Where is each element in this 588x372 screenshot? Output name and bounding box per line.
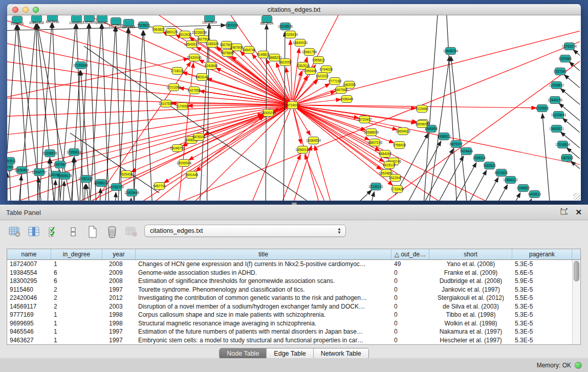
graph-node[interactable]: 12093872: [551, 81, 562, 89]
table-row[interactable]: 1830029562008Estimation of significance …: [7, 277, 580, 286]
close-panel-icon[interactable]: ✕: [575, 209, 582, 216]
column-header-pagerank[interactable]: pagerank: [512, 249, 572, 259]
graph-node[interactable]: 10654112: [505, 176, 516, 184]
graph-node[interactable]: 8813054: [262, 15, 272, 23]
graph-node[interactable]: 12444159: [550, 96, 560, 104]
graph-node[interactable]: 1187533: [561, 154, 572, 162]
graph-node[interactable]: 2935114: [474, 154, 485, 162]
graph-node[interactable]: 9146821: [258, 51, 269, 58]
graph-node[interactable]: 12942757: [34, 168, 45, 176]
graph-node[interactable]: 19654923: [398, 127, 408, 135]
graph-node[interactable]: 8912935: [180, 31, 190, 38]
graph-node[interactable]: 18640910: [295, 39, 306, 47]
graph-node[interactable]: 8471626: [496, 169, 507, 177]
network-window-titlebar[interactable]: citations_edges.txt: [7, 4, 581, 15]
graph-node[interactable]: 9756928: [394, 141, 405, 149]
table-column-icon[interactable]: [28, 226, 41, 238]
graph-node[interactable]: 16961758: [304, 48, 315, 56]
graph-node[interactable]: 2803144: [197, 73, 207, 81]
float-panel-icon[interactable]: [560, 208, 568, 217]
graph-node[interactable]: 9671385: [123, 19, 134, 27]
graph-node[interactable]: 18300295: [263, 109, 274, 117]
graph-node[interactable]: 8860128: [166, 28, 177, 36]
graph-node[interactable]: 16046756: [172, 144, 183, 152]
graph-node[interactable]: 19218506: [280, 23, 291, 30]
delete-table-icon[interactable]: [125, 226, 138, 238]
graph-node[interactable]: 2522547: [390, 174, 401, 182]
graph-node[interactable]: 10719185: [111, 17, 121, 25]
graph-node[interactable]: 9397587: [55, 161, 66, 168]
column-header-name[interactable]: name: [7, 249, 51, 259]
graph-node[interactable]: 10653287: [71, 15, 82, 23]
graph-node[interactable]: 7963822: [153, 26, 164, 33]
column-header-indegree[interactable]: in_degree: [51, 249, 102, 259]
graph-node[interactable]: 8215953: [537, 104, 548, 112]
graph-node[interactable]: 1527602: [84, 15, 95, 22]
table-row[interactable]: 977716911998Corpus callosum shape and si…: [7, 311, 580, 319]
graph-node[interactable]: 18807243: [369, 139, 380, 146]
graph-node[interactable]: 7515523: [138, 21, 149, 29]
graph-node[interactable]: 9827508: [221, 41, 232, 49]
graph-node[interactable]: 9242848: [206, 62, 216, 70]
graph-node[interactable]: 6497568: [336, 86, 346, 94]
graph-node[interactable]: 7357224: [226, 21, 237, 29]
graph-node[interactable]: 2967608: [231, 43, 242, 51]
graph-node[interactable]: 18724007: [287, 101, 298, 109]
graph-node[interactable]: 6466161: [97, 15, 107, 23]
graph-node[interactable]: 16648784: [445, 47, 456, 55]
graph-node[interactable]: 9329966: [560, 55, 571, 62]
graph-node[interactable]: 1621022: [317, 72, 328, 80]
table-row[interactable]: 2242004622012Investigating the contribut…: [7, 294, 580, 302]
graph-node[interactable]: 9684067: [380, 150, 390, 158]
graph-node[interactable]: 8186328: [207, 40, 217, 48]
graph-node[interactable]: 12213389: [168, 83, 179, 91]
table-row[interactable]: 969969511998Structural magnetic resonanc…: [7, 319, 580, 328]
table-row[interactable]: 1872400712008Changes of HCN gene express…: [7, 260, 580, 269]
trash-icon[interactable]: [105, 226, 119, 238]
graph-node[interactable]: 1691445: [186, 171, 197, 179]
graph-node[interactable]: 14569117: [297, 146, 308, 154]
graph-node[interactable]: 16099348: [179, 159, 189, 167]
table-row[interactable]: 911546021997Tourette syndrome. Phenomeno…: [7, 286, 580, 294]
tab-network-table[interactable]: Network Table: [314, 348, 368, 359]
graph-node[interactable]: 6822057: [280, 58, 291, 66]
graph-node[interactable]: 16543912: [186, 40, 197, 48]
scrollbar-thumb[interactable]: [574, 261, 579, 281]
graph-node[interactable]: 9474444: [461, 147, 472, 155]
graph-node[interactable]: 16210643: [553, 111, 564, 119]
table-row[interactable]: 946554611997Estimation of the future num…: [7, 327, 580, 336]
graph-node[interactable]: 18107552: [161, 100, 171, 107]
graph-node[interactable]: 1170061: [177, 102, 188, 110]
graph-node[interactable]: 7632621: [484, 162, 495, 169]
graph-node[interactable]: 20153346: [75, 61, 86, 69]
graph-node[interactable]: 16033809: [204, 15, 215, 22]
graph-node[interactable]: 2036444: [341, 95, 352, 103]
graph-node[interactable]: 9355724: [12, 16, 23, 24]
network-canvas[interactable]: 1872400793557242089140689159361065328715…: [7, 15, 581, 201]
graph-node[interactable]: 17359924: [69, 148, 79, 156]
graph-node[interactable]: 5878334: [193, 133, 204, 141]
graph-node[interactable]: 12923446: [126, 189, 137, 196]
column-header-short[interactable]: short: [429, 249, 512, 259]
graph-node[interactable]: 6879197: [451, 140, 462, 148]
graph-node[interactable]: 15720407: [359, 116, 370, 123]
checklist-icon[interactable]: [47, 226, 60, 238]
graph-node[interactable]: 9227342: [555, 68, 565, 75]
new-document-icon[interactable]: [86, 226, 99, 238]
network-table-selector[interactable]: citations_edges.txt ▲▼: [144, 225, 346, 237]
table-row[interactable]: 1938455462009Genome-wide association stu…: [7, 269, 580, 277]
graph-node[interactable]: 22420046: [189, 54, 200, 61]
graph-node[interactable]: 8427552: [189, 86, 200, 94]
graph-node[interactable]: 11156869: [16, 166, 27, 174]
graph-node[interactable]: 9457791: [154, 182, 165, 190]
graph-node[interactable]: 15692071: [551, 125, 562, 133]
graph-node[interactable]: 8454749: [244, 46, 254, 54]
graph-node[interactable]: 15751074: [564, 42, 575, 50]
graph-node[interactable]: 9777169: [330, 77, 340, 85]
table-row[interactable]: 1456911722003Disruption of a novel membe…: [7, 302, 580, 311]
graph-node[interactable]: 19384554: [308, 137, 319, 144]
column-header-title[interactable]: title: [136, 249, 391, 259]
graph-node[interactable]: 10688609: [366, 128, 377, 136]
graph-node[interactable]: 12325419: [285, 31, 296, 38]
table-settings-icon[interactable]: [8, 226, 21, 238]
